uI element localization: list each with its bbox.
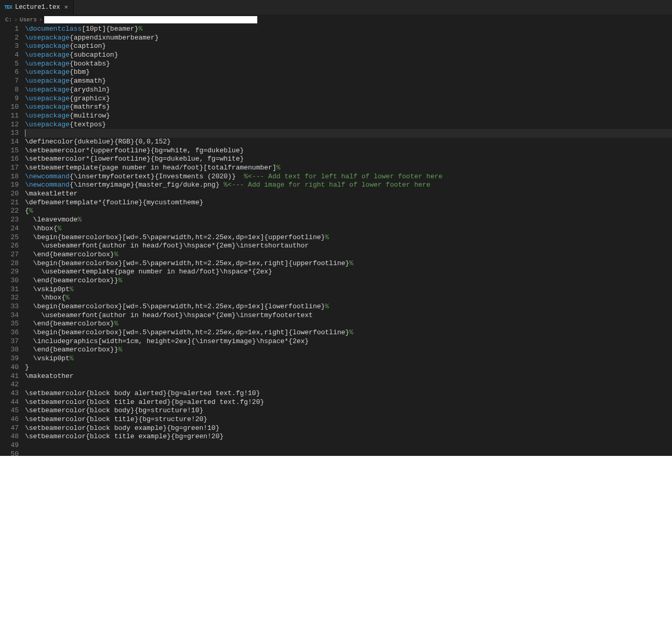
- code-line[interactable]: \documentclass[10pt]{beamer}%: [25, 25, 672, 34]
- code-line[interactable]: \newcommand{\insertmyimage}{master_fig/d…: [25, 181, 672, 190]
- code-line[interactable]: \includegraphics[width=1cm, height=2ex]{…: [25, 337, 672, 346]
- code-token: \setbeamercolor{block body}{bg=structure…: [25, 407, 203, 414]
- code-token: \setbeamercolor{block title example}{bg=…: [25, 433, 223, 440]
- line-number: 25: [0, 233, 19, 242]
- code-line[interactable]: \usepackage{mathrsfs}: [25, 103, 672, 112]
- code-line[interactable]: \setbeamercolor*{upperfootline}{bg=white…: [25, 147, 672, 155]
- line-number: 24: [0, 225, 19, 233]
- code-line[interactable]: \makeatletter: [25, 190, 672, 199]
- code-line[interactable]: \hbox{%: [25, 225, 672, 233]
- code-line[interactable]: \begin{beamercolorbox}[wd=.5\paperwidth,…: [25, 329, 672, 337]
- code-line[interactable]: \vskip0pt%: [25, 285, 672, 294]
- code-token: \defbeamertemplate*{footline}{mycustomth…: [25, 199, 203, 206]
- line-number: 47: [0, 424, 19, 433]
- code-token: %: [118, 277, 122, 284]
- code-token: \includegraphics[width=1cm, height=2ex]{…: [25, 337, 309, 345]
- code-line[interactable]: \setbeamercolor{block body}{bg=structure…: [25, 407, 672, 415]
- code-token: \usepackage: [25, 86, 70, 94]
- code-line[interactable]: \usepackage{textpos}: [25, 121, 672, 129]
- code-line[interactable]: \begin{beamercolorbox}[wd=.5\paperwidth,…: [25, 259, 672, 268]
- code-line[interactable]: \setbeamercolor*{lowerfootline}{bg=dukeb…: [25, 155, 672, 164]
- code-line[interactable]: \usepackage{subcaption}: [25, 51, 672, 60]
- code-line[interactable]: \usepackage{amsmath}: [25, 77, 672, 86]
- code-line[interactable]: \makeatother: [25, 372, 672, 381]
- code-token: \begin{beamercolorbox}[wd=.5\paperwidth,…: [25, 259, 349, 267]
- code-line[interactable]: {%: [25, 207, 672, 216]
- line-number: 26: [0, 242, 19, 251]
- code-line[interactable]: [25, 129, 672, 138]
- code-token: {mathrsfs}: [70, 103, 110, 111]
- line-number: 33: [0, 303, 19, 311]
- code-token: \usepackage: [25, 103, 70, 111]
- code-line[interactable]: \setbeamercolor{block title}{bg=structur…: [25, 415, 672, 424]
- code-token: \makeatother: [25, 372, 74, 380]
- code-line[interactable]: \usepackage{graphicx}: [25, 95, 672, 103]
- code-token: {arydshln}: [70, 86, 110, 94]
- line-number: 41: [0, 372, 19, 381]
- code-line[interactable]: \usepackage{arydshln}: [25, 86, 672, 95]
- line-number: 44: [0, 398, 19, 407]
- line-number: 27: [0, 251, 19, 259]
- code-line[interactable]: \usebeamerfont{author in head/foot}\hspa…: [25, 311, 672, 320]
- line-number: 4: [0, 51, 19, 60]
- code-token: %: [65, 294, 70, 302]
- tab-lecture1[interactable]: TEX Lecture1.tex ×: [0, 0, 74, 15]
- code-line[interactable]: \setbeamertemplate{page number in head/f…: [25, 164, 672, 173]
- line-number: 50: [0, 450, 19, 456]
- code-token: {\insertmyfootertext}{Investments (2020)…: [70, 173, 244, 180]
- tab-bar: TEX Lecture1.tex ×: [0, 0, 672, 15]
- code-line[interactable]: [25, 450, 672, 456]
- line-number: 40: [0, 363, 19, 372]
- line-number: 17: [0, 164, 19, 173]
- code-token: \usepackage: [25, 121, 70, 128]
- line-number: 15: [0, 147, 19, 155]
- code-token: {amsmath}: [70, 77, 106, 85]
- code-line[interactable]: \end{beamercolorbox}}%: [25, 277, 672, 285]
- code-token: \end{beamercolorbox}}: [25, 277, 118, 284]
- line-number-gutter: 1234567891011121314151617181920212223242…: [0, 25, 25, 456]
- code-line[interactable]: \leavevmode%: [25, 216, 672, 225]
- chevron-right-icon: ›: [14, 17, 18, 23]
- breadcrumb-segment[interactable]: C:: [5, 17, 12, 23]
- code-content[interactable]: \documentclass[10pt]{beamer}%\usepackage…: [25, 25, 672, 456]
- close-icon[interactable]: ×: [63, 4, 69, 11]
- code-line[interactable]: \setbeamercolor{block title alerted}{bg=…: [25, 398, 672, 407]
- code-line[interactable]: \hbox{%: [25, 294, 672, 303]
- code-token: %: [118, 346, 122, 353]
- line-number: 7: [0, 77, 19, 86]
- code-line[interactable]: \usebeamerfont{author in head/foot}\hspa…: [25, 242, 672, 251]
- code-line[interactable]: \usepackage{appendixnumberbeamer}: [25, 34, 672, 43]
- code-token: \setbeamercolor{block title}{bg=structur…: [25, 415, 207, 423]
- code-token: {caption}: [70, 42, 106, 50]
- code-line[interactable]: \defbeamertemplate*{footline}{mycustomth…: [25, 199, 672, 207]
- code-line[interactable]: \begin{beamercolorbox}[wd=.5\paperwidth,…: [25, 233, 672, 242]
- line-number: 8: [0, 86, 19, 95]
- code-line[interactable]: \end{beamercolorbox}%: [25, 320, 672, 329]
- code-line[interactable]: \vskip0pt%: [25, 355, 672, 363]
- code-line[interactable]: \usepackage{caption}: [25, 42, 672, 51]
- chevron-right-icon: ›: [39, 17, 43, 23]
- code-line[interactable]: \setbeamercolor{block title example}{bg=…: [25, 433, 672, 441]
- code-line[interactable]: \newcommand{\insertmyfootertext}{Investm…: [25, 173, 672, 181]
- breadcrumb-segment[interactable]: Users: [20, 17, 37, 23]
- code-line[interactable]: \usepackage{multirow}: [25, 112, 672, 121]
- code-token: \hbox{: [25, 225, 57, 232]
- breadcrumb[interactable]: C: › Users ›: [0, 15, 672, 25]
- code-line[interactable]: \begin{beamercolorbox}[wd=.5\paperwidth,…: [25, 303, 672, 311]
- code-line[interactable]: \usepackage{bbm}: [25, 68, 672, 77]
- code-token: {\insertmyimage}{master_fig/duke.png}: [70, 181, 223, 189]
- code-line[interactable]: }: [25, 363, 672, 372]
- code-line[interactable]: \setbeamercolor{block body alerted}{bg=a…: [25, 389, 672, 398]
- code-line[interactable]: [25, 441, 672, 450]
- code-line[interactable]: [25, 381, 672, 389]
- code-token: \setbeamercolor*{upperfootline}{bg=white…: [25, 147, 244, 154]
- code-line[interactable]: \usepackage{booktabs}: [25, 60, 672, 69]
- code-line[interactable]: \definecolor{dukeblue}{RGB}{0,0,152}: [25, 138, 672, 147]
- code-token: %: [349, 259, 353, 267]
- code-token: \usepackage: [25, 51, 70, 59]
- line-number: 21: [0, 199, 19, 207]
- code-line[interactable]: \usebeamertemplate{page number in head/f…: [25, 268, 672, 277]
- code-line[interactable]: \end{beamercolorbox}}%: [25, 346, 672, 355]
- code-line[interactable]: \setbeamercolor{block body example}{bg=g…: [25, 424, 672, 433]
- code-line[interactable]: \end{beamercolorbox}%: [25, 251, 672, 259]
